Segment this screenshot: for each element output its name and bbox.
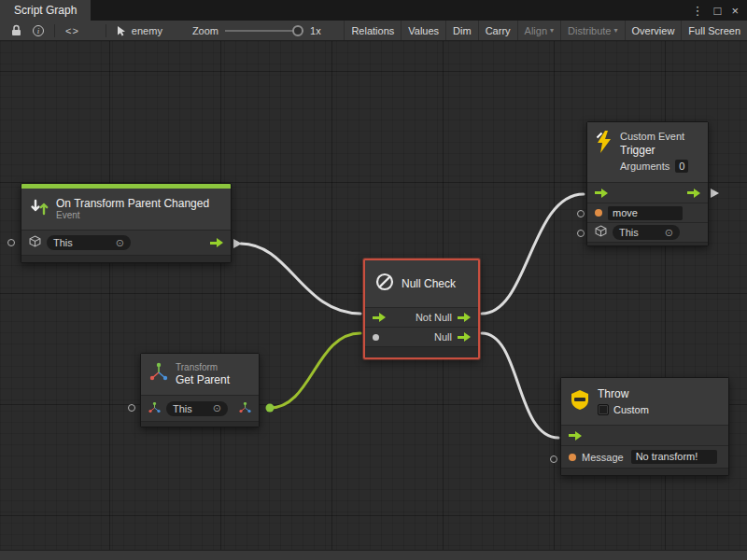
message-input-port[interactable] <box>569 454 576 461</box>
tab-bar: Script Graph ⋮ □ × <box>0 0 747 21</box>
value-input-port[interactable] <box>373 334 379 341</box>
zoom-label: Zoom <box>189 25 222 36</box>
node-on-transform-parent-changed[interactable]: On Transform Parent Changed Event This ⊙ <box>21 183 232 263</box>
node-title: Get Parent <box>176 373 230 386</box>
arguments-field[interactable]: 0 <box>675 160 688 173</box>
custom-event-icon <box>595 130 613 158</box>
custom-checkbox[interactable] <box>598 404 609 415</box>
info-icon[interactable]: i <box>27 21 49 40</box>
wire-getparent-to-nullcheck <box>270 333 360 408</box>
toolbar-separator <box>106 24 106 37</box>
event-name-port[interactable] <box>595 209 602 217</box>
event-target-dropdown[interactable]: This ⊙ <box>47 235 131 250</box>
toolbar-button-align[interactable]: Align▾ <box>517 21 560 40</box>
customevent-target-port-circle[interactable] <box>577 230 585 237</box>
customevent-name-port-circle[interactable] <box>577 210 585 217</box>
wire-notnull-to-customevent <box>482 194 584 314</box>
arguments-label: Arguments <box>620 158 669 175</box>
getparent-target-dropdown[interactable]: This ⊙ <box>166 401 228 416</box>
node-title: On Transform Parent Changed <box>56 197 209 210</box>
toolbar-button-fullscreen[interactable]: Full Screen <box>681 21 747 40</box>
transform-parent-changed-icon <box>29 197 49 221</box>
flow-output-port[interactable] <box>687 189 700 198</box>
node-title: Throw <box>598 387 649 401</box>
transform-input-icon[interactable] <box>148 400 161 417</box>
chevron-down-icon: ▾ <box>550 26 554 35</box>
toolbar-button-values[interactable]: Values <box>401 21 445 40</box>
object-picker-icon: ⊙ <box>665 228 673 238</box>
flow-input-port[interactable] <box>569 431 582 441</box>
node-null-check[interactable]: Null Check Not Null Null <box>363 259 480 359</box>
gameobject-cube-icon <box>595 224 607 241</box>
node-title: Trigger <box>620 143 688 158</box>
toolbar-button-relations[interactable]: Relations <box>344 21 401 40</box>
node-category: Transform <box>176 362 230 373</box>
tab-title: Script Graph <box>14 4 77 17</box>
unity-script-graph-window: Script Graph ⋮ □ × i <> enemy Zoom 1x <box>0 0 747 560</box>
horizontal-scrollbar[interactable] <box>0 550 747 560</box>
toolbar-button-group: Relations Values Dim Carry Align▾ Distri… <box>344 21 747 40</box>
message-label: Message <box>582 452 624 463</box>
event-flow-out-triangle[interactable] <box>233 239 242 248</box>
menu-icon[interactable]: ⋮ <box>692 5 704 17</box>
throw-icon <box>569 388 591 414</box>
customevent-flow-out-triangle[interactable] <box>711 189 719 198</box>
graph-canvas[interactable]: On Transform Parent Changed Event This ⊙ <box>0 41 747 560</box>
dropdown-value: This <box>53 237 73 248</box>
node-footer <box>365 346 478 357</box>
object-picker-icon: ⊙ <box>116 238 124 248</box>
zoom-slider[interactable] <box>225 21 303 41</box>
customevent-target-dropdown[interactable]: This ⊙ <box>613 225 680 240</box>
object-picker-icon: ⊙ <box>213 403 221 413</box>
zoom-value: 1x <box>306 25 325 36</box>
toolbar-button-distribute[interactable]: Distribute▾ <box>560 21 624 40</box>
throw-message-port-circle[interactable] <box>550 455 557 463</box>
toolbar-button-overview[interactable]: Overview <box>625 21 682 40</box>
lock-icon[interactable] <box>6 21 27 40</box>
graph-name: enemy <box>128 25 166 36</box>
null-output-port[interactable] <box>458 332 471 342</box>
port-label-null: Null <box>434 331 452 343</box>
zoom-slider-knob[interactable] <box>292 25 303 36</box>
dropdown-value: This <box>619 227 639 238</box>
maximize-icon[interactable]: □ <box>714 5 722 17</box>
node-throw[interactable]: Throw Custom Message No transform! <box>560 377 729 476</box>
transform-icon <box>148 362 169 386</box>
node-footer <box>587 242 708 245</box>
toolbar-separator <box>54 24 55 37</box>
node-category: Custom Event <box>620 130 688 143</box>
toolbar-button-carry[interactable]: Carry <box>478 21 517 40</box>
tab-script-graph[interactable]: Script Graph <box>0 0 91 21</box>
dropdown-value: This <box>173 403 192 414</box>
edit-source-icon[interactable]: <> <box>60 21 85 40</box>
event-name-field[interactable]: move <box>608 206 683 220</box>
gameobject-cube-icon <box>29 234 41 251</box>
wire-null-to-throw <box>482 333 558 438</box>
toolbar-button-dim[interactable]: Dim <box>445 21 478 40</box>
event-target-port-circle[interactable] <box>7 239 15 246</box>
flow-output-port[interactable] <box>210 238 223 247</box>
not-null-output-port[interactable] <box>458 313 471 322</box>
flow-input-port[interactable] <box>373 313 386 322</box>
getparent-target-port-circle[interactable] <box>128 404 135 412</box>
node-trigger-custom-event[interactable]: Custom Event Trigger Arguments 0 move <box>586 121 709 246</box>
node-title: Null Check <box>402 277 456 290</box>
chevron-down-icon: ▾ <box>614 26 618 35</box>
port-label-not-null: Not Null <box>416 312 452 323</box>
close-icon[interactable]: × <box>731 5 739 17</box>
custom-checkbox-label: Custom <box>613 404 649 415</box>
null-check-icon <box>374 272 395 296</box>
wire-start-dot <box>266 404 275 413</box>
node-footer <box>561 468 728 475</box>
graph-toolbar: i <> enemy Zoom 1x Relations Values Dim … <box>0 21 747 41</box>
graph-pointer-icon <box>111 21 128 40</box>
wire-event-to-nullcheck <box>241 244 360 314</box>
flow-input-port[interactable] <box>595 189 608 198</box>
node-subtitle: Event <box>56 210 209 221</box>
node-footer <box>141 421 259 427</box>
node-footer <box>21 255 231 262</box>
node-get-parent[interactable]: Transform Get Parent This ⊙ <box>140 353 260 427</box>
message-field[interactable]: No transform! <box>631 450 717 464</box>
window-controls: ⋮ □ × <box>692 0 747 21</box>
transform-output-port[interactable] <box>239 400 251 417</box>
